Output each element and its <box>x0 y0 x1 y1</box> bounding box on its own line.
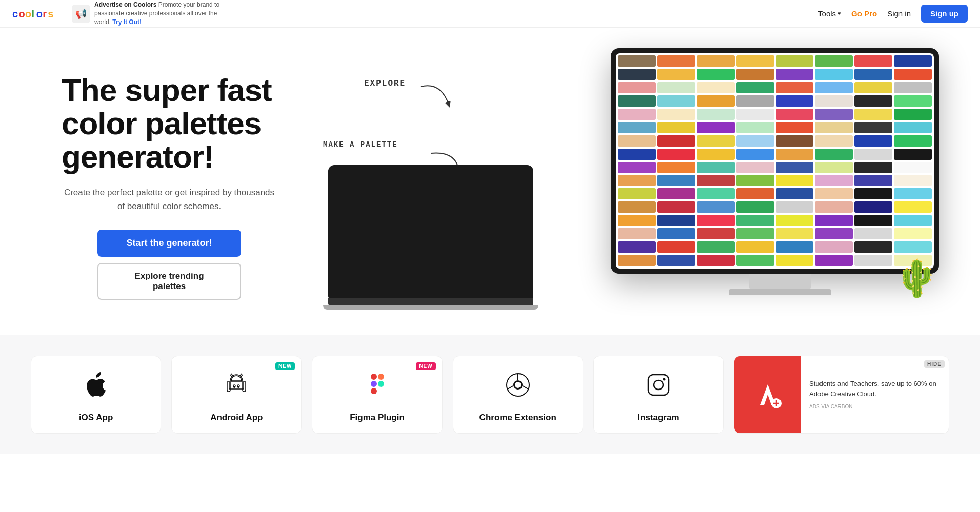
color-swatch <box>618 135 656 147</box>
color-swatch <box>894 135 932 147</box>
color-swatch <box>894 122 932 133</box>
ad-try-link[interactable]: Try It Out! <box>112 18 142 26</box>
color-swatch <box>776 149 814 160</box>
color-swatch <box>657 135 695 147</box>
color-swatch <box>854 122 892 133</box>
color-swatch <box>618 241 656 253</box>
hide-button[interactable]: HIDE <box>924 360 945 368</box>
color-swatch <box>894 95 932 107</box>
color-swatch <box>776 228 814 239</box>
color-swatch <box>697 201 735 213</box>
color-swatch <box>854 55 892 67</box>
color-swatch <box>894 201 932 213</box>
color-swatch <box>618 162 656 173</box>
chrome-extension-card[interactable]: Chrome Extension <box>453 356 583 434</box>
color-swatch <box>618 149 656 160</box>
explore-label: EXPLORE <box>364 79 406 88</box>
tools-button[interactable]: Tools ▾ <box>818 9 841 18</box>
color-swatch <box>697 135 735 147</box>
laptop-frame <box>328 165 533 298</box>
explore-arrow <box>415 76 456 117</box>
color-swatch <box>776 255 814 266</box>
color-swatch <box>657 95 695 107</box>
android-app-label: Android App <box>210 413 263 423</box>
color-swatch <box>736 215 774 226</box>
explore-palettes-button[interactable]: Explore trending palettes <box>97 263 241 300</box>
android-icon <box>223 372 250 404</box>
color-swatch <box>697 175 735 186</box>
ios-app-card[interactable]: iOS App <box>31 356 161 434</box>
color-swatch <box>815 82 853 93</box>
ad-title: Advertise on Coolors <box>94 1 156 8</box>
color-swatch <box>736 122 774 133</box>
color-swatch <box>736 228 774 239</box>
color-swatch <box>657 201 695 213</box>
color-swatch <box>697 188 735 199</box>
svg-rect-11 <box>371 374 377 380</box>
bottom-section: iOS App NEW Android App NEW Figma Plugin <box>0 335 980 454</box>
color-swatch <box>894 55 932 67</box>
color-swatch <box>854 241 892 253</box>
monitor-stand <box>749 274 811 289</box>
color-swatch <box>657 188 695 199</box>
instagram-icon <box>645 372 672 404</box>
color-swatch <box>697 149 735 160</box>
chrome-extension-label: Chrome Extension <box>479 413 556 423</box>
color-swatch <box>736 175 774 186</box>
hero-buttons: Start the generator! Explore trending pa… <box>62 230 277 300</box>
laptop-screen <box>332 169 529 294</box>
color-swatch <box>776 215 814 226</box>
color-swatch <box>776 69 814 80</box>
chevron-down-icon: ▾ <box>838 10 841 17</box>
svg-line-21 <box>508 386 514 390</box>
color-swatch <box>657 241 695 253</box>
color-swatch <box>618 109 656 120</box>
color-swatch <box>657 55 695 67</box>
header-right: Tools ▾ Go Pro Sign in Sign up <box>818 5 968 23</box>
monitor-frame <box>611 48 939 274</box>
color-swatch <box>815 55 853 67</box>
color-swatch <box>618 215 656 226</box>
ad-card-small: ADS VIA CARBON <box>809 403 941 411</box>
color-swatch <box>736 201 774 213</box>
color-swatch <box>697 82 735 93</box>
color-swatch <box>618 175 656 186</box>
svg-line-9 <box>231 374 233 376</box>
color-swatch <box>697 162 735 173</box>
color-swatch <box>657 122 695 133</box>
color-swatch <box>854 95 892 107</box>
hero-text: The super fast color palettes generator!… <box>62 73 277 300</box>
color-swatch <box>815 122 853 133</box>
signin-button[interactable]: Sign in <box>887 9 911 18</box>
svg-text:s: s <box>48 8 53 19</box>
figma-plugin-card[interactable]: NEW Figma Plugin <box>312 356 442 434</box>
color-swatch <box>736 95 774 107</box>
hero-section: The super fast color palettes generator!… <box>0 28 980 335</box>
figma-plugin-label: Figma Plugin <box>350 413 405 423</box>
color-swatch <box>815 109 853 120</box>
color-swatch <box>894 162 932 173</box>
color-swatch <box>776 241 814 253</box>
svg-text:o: o <box>25 8 31 19</box>
color-swatch <box>697 215 735 226</box>
color-swatch <box>657 109 695 120</box>
instagram-card[interactable]: Instagram <box>593 356 724 434</box>
color-swatch <box>697 122 735 133</box>
color-swatch <box>854 135 892 147</box>
color-swatch <box>776 55 814 67</box>
svg-point-8 <box>237 386 239 388</box>
color-swatch <box>776 162 814 173</box>
make-palette-label: MAKE A PALETTE <box>323 140 398 149</box>
signup-button[interactable]: Sign up <box>921 5 968 23</box>
color-swatch <box>657 215 695 226</box>
color-swatch <box>657 162 695 173</box>
logo[interactable]: c o o l o r s <box>12 7 64 21</box>
android-app-card[interactable]: NEW Android App <box>171 356 302 434</box>
color-swatch <box>854 228 892 239</box>
color-swatch <box>776 82 814 93</box>
new-badge-figma: NEW <box>416 362 435 370</box>
gopro-button[interactable]: Go Pro <box>851 9 877 18</box>
color-swatch <box>618 201 656 213</box>
header-left: c o o l o r s 📢 Advertise on Coolors Pro… <box>12 1 228 26</box>
start-generator-button[interactable]: Start the generator! <box>97 230 241 257</box>
